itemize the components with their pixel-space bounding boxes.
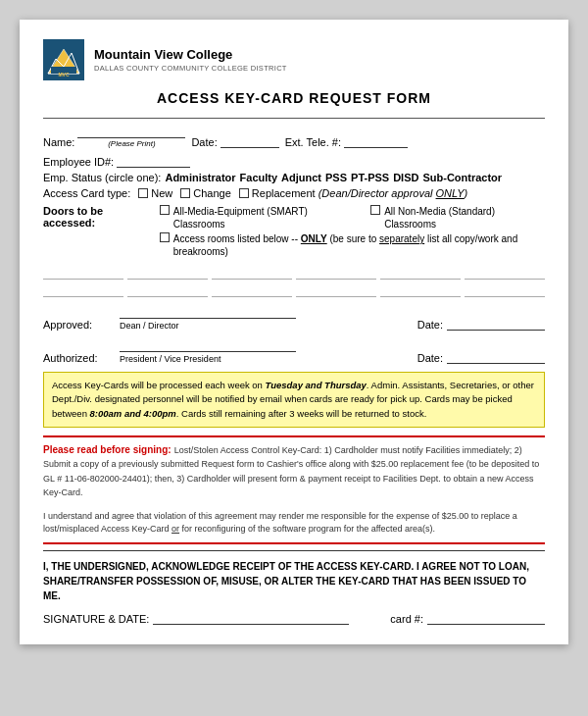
ext-input-line[interactable] bbox=[344, 134, 408, 148]
doors-section: Doors to be accessed: All-Media-Equipmen… bbox=[43, 205, 545, 258]
approved-line-group: Dean / Director bbox=[120, 305, 400, 331]
final-signature-row: SIGNATURE & DATE: card #: bbox=[43, 611, 545, 625]
room-line[interactable] bbox=[465, 266, 545, 280]
signature-input-line[interactable] bbox=[153, 611, 349, 625]
status-pss: PSS bbox=[325, 172, 347, 183]
signature-label: SIGNATURE & DATE: bbox=[43, 613, 149, 625]
date-input-line[interactable] bbox=[220, 134, 279, 148]
room-lines-2 bbox=[43, 283, 545, 297]
form-page: MVC Mountain View College Dallas County … bbox=[20, 20, 568, 644]
room-line[interactable] bbox=[465, 283, 545, 297]
room-line[interactable] bbox=[127, 266, 208, 280]
change-checkbox-item: Change bbox=[180, 187, 231, 199]
header: MVC Mountain View College Dallas County … bbox=[43, 39, 545, 80]
approved-date-group: Date: bbox=[417, 317, 545, 331]
replacement-checkbox-item: Replacement (Dean/Director approval ONLY… bbox=[239, 187, 467, 199]
status-pt-pss: PT-PSS bbox=[351, 172, 389, 183]
date-label: Date: bbox=[191, 136, 217, 148]
access-type-row: Access Card type: New Change Replacement… bbox=[43, 187, 545, 199]
status-subcontractor: Sub-Contractor bbox=[422, 172, 502, 183]
approved-label: Approved: bbox=[43, 319, 112, 331]
room-line[interactable] bbox=[296, 266, 376, 280]
empid-field-group: Employee ID#: bbox=[43, 154, 190, 168]
emp-status-row: Emp. Status (circle one): Administrator … bbox=[43, 172, 545, 183]
authorized-input-line[interactable] bbox=[120, 338, 296, 352]
yellow-text-3: . Cards still remaining after 3 weeks wi… bbox=[176, 408, 427, 419]
yellow-text-1: Access Key-Cards will be processed each … bbox=[52, 380, 266, 390]
college-subtitle: Dallas County Community College District bbox=[94, 64, 287, 73]
room-line[interactable] bbox=[212, 266, 292, 280]
new-label: New bbox=[151, 187, 172, 199]
doors-option-2: Access rooms listed below -- ONLY (be su… bbox=[160, 232, 545, 258]
college-name: Mountain View College bbox=[94, 47, 287, 64]
doors-nonmedia-checkbox[interactable] bbox=[370, 205, 380, 215]
card-field: card #: bbox=[390, 611, 545, 625]
replacement-checkbox[interactable] bbox=[239, 188, 249, 198]
room-line[interactable] bbox=[212, 283, 292, 297]
caps-acknowledgement: I, THE UNDERSIGNED, ACKNOWLEDGE RECEIPT … bbox=[43, 559, 545, 603]
room-lines-1 bbox=[43, 266, 545, 280]
yellow-notice: Access Key-Cards will be processed each … bbox=[43, 372, 545, 428]
empid-label: Employee ID#: bbox=[43, 156, 114, 168]
approved-date-line[interactable] bbox=[447, 317, 545, 331]
authorized-sub: President / Vice President bbox=[120, 354, 400, 364]
doors-header-row: Doors to be accessed: All-Media-Equipmen… bbox=[43, 205, 545, 258]
emp-status-label: Emp. Status (circle one): bbox=[43, 172, 161, 183]
college-logo: MVC bbox=[43, 39, 84, 80]
doors-nonmedia-label: All Non-Media (Standard) Classrooms bbox=[384, 205, 545, 230]
room-line[interactable] bbox=[380, 283, 461, 297]
change-checkbox[interactable] bbox=[180, 188, 190, 198]
room-line[interactable] bbox=[296, 283, 376, 297]
replacement-label: Replacement (Dean/Director approval ONLY… bbox=[252, 187, 467, 199]
approved-sub: Dean / Director bbox=[120, 321, 400, 331]
doors-smart-checkbox[interactable] bbox=[160, 205, 170, 215]
name-input-line[interactable] bbox=[77, 125, 185, 138]
svg-text:MVC: MVC bbox=[58, 72, 70, 77]
room-line[interactable] bbox=[380, 266, 461, 280]
authorized-label: Authorized: bbox=[43, 352, 112, 364]
authorized-line-group: President / Vice President bbox=[120, 338, 400, 364]
room-line[interactable] bbox=[43, 283, 123, 297]
name-note: (Please Print) bbox=[77, 139, 185, 148]
ext-label: Ext. Tele. #: bbox=[285, 136, 341, 148]
doors-option-1: All-Media-Equipment (SMART) Classrooms A… bbox=[160, 205, 545, 230]
empid-input-line[interactable] bbox=[117, 154, 190, 168]
authorized-date-label: Date: bbox=[417, 352, 443, 364]
approved-input-line[interactable] bbox=[120, 305, 296, 319]
yellow-hours: 8:00am and 4:00pm bbox=[90, 408, 176, 419]
yellow-days: Tuesday and Thursday bbox=[266, 380, 367, 390]
change-label: Change bbox=[193, 187, 231, 199]
room-line[interactable] bbox=[127, 283, 208, 297]
fine-print-text: I understand and agree that violation of… bbox=[43, 510, 545, 537]
name-field-group: Name: (Please Print) bbox=[43, 125, 185, 148]
name-label: Name: bbox=[43, 136, 74, 148]
red-heading: Please read before signing: bbox=[43, 444, 172, 455]
room-line[interactable] bbox=[43, 266, 123, 280]
status-faculty: Faculty bbox=[240, 172, 278, 183]
authorized-date-line[interactable] bbox=[447, 350, 545, 364]
signature-field: SIGNATURE & DATE: bbox=[43, 611, 349, 625]
approval-section: Approved: Dean / Director Date: Authoriz… bbox=[43, 305, 545, 364]
card-label: card #: bbox=[390, 613, 423, 625]
doors-smart-label: All-Media-Equipment (SMART) Classrooms bbox=[173, 205, 357, 230]
doors-rooms-label: Access rooms listed below -- ONLY (be su… bbox=[173, 232, 545, 258]
authorized-date-group: Date: bbox=[417, 350, 545, 364]
form-title: ACCESS KEY-CARD REQUEST FORM bbox=[43, 90, 545, 106]
red-notice-section: Please read before signing: Lost/Stolen … bbox=[43, 435, 545, 544]
doors-rooms-checkbox[interactable] bbox=[160, 232, 170, 242]
new-checkbox[interactable] bbox=[138, 188, 148, 198]
ext-field-group: Ext. Tele. #: bbox=[285, 134, 408, 148]
card-input-line[interactable] bbox=[427, 611, 545, 625]
status-adjunct: Adjunct bbox=[281, 172, 321, 183]
authorized-row: Authorized: President / Vice President D… bbox=[43, 338, 545, 364]
status-disd: DISD bbox=[393, 172, 418, 183]
date-field-group: Date: bbox=[191, 134, 278, 148]
acknowledgement-section: I, THE UNDERSIGNED, ACKNOWLEDGE RECEIPT … bbox=[43, 550, 545, 625]
college-info: Mountain View College Dallas County Comm… bbox=[94, 47, 287, 73]
approved-date-label: Date: bbox=[417, 319, 443, 331]
approved-row: Approved: Dean / Director Date: bbox=[43, 305, 545, 331]
access-type-label: Access Card type: bbox=[43, 187, 130, 199]
new-checkbox-item: New bbox=[138, 187, 172, 199]
status-administrator: Administrator bbox=[165, 172, 235, 183]
name-row: Name: (Please Print) Date: Ext. Tele. #:… bbox=[43, 125, 545, 168]
